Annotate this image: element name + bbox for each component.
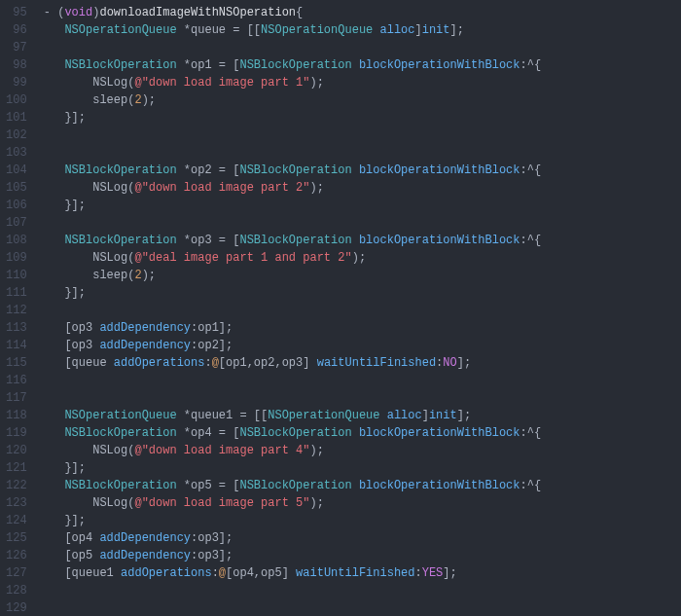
token: ]; (457, 356, 471, 370)
line-number: 95 (6, 4, 27, 21)
token: : (204, 356, 211, 370)
line-number: 100 (6, 91, 27, 109)
token: }]; (37, 111, 86, 125)
token: @ (212, 356, 219, 370)
code-line: NSOperationQueue *queue = [[NSOperationQ… (37, 21, 681, 39)
code-line: NSBlockOperation *op5 = [NSBlockOperatio… (37, 477, 681, 494)
token: ); (142, 269, 156, 282)
line-number: 123 (6, 494, 27, 512)
token (379, 409, 386, 422)
code-line: NSBlockOperation *op1 = [NSBlockOperatio… (37, 56, 681, 74)
token: addDependency (99, 531, 191, 545)
token: :^{ (520, 426, 542, 440)
code-line: [op3 addDependency:op2]; (37, 337, 681, 354)
token: NSLog( (37, 181, 135, 195)
token: NSOperationQueue (261, 23, 373, 37)
token: *queue1 = [[ (177, 409, 269, 422)
code-line: [queue addOperations:@[op1,op2,op3] wait… (37, 354, 681, 372)
line-number: 99 (6, 74, 27, 91)
code-line: }]; (37, 109, 681, 127)
token: NSBlockOperation (239, 426, 351, 440)
token: ]; (457, 409, 471, 422)
line-number: 107 (6, 214, 27, 232)
token: [op3 (37, 339, 100, 352)
token: blockOperationWithBlock (359, 58, 520, 72)
token: { (296, 6, 303, 19)
token: ]; (443, 566, 456, 580)
token: ] (415, 23, 422, 37)
token: ); (142, 93, 156, 107)
token: NSBlockOperation (64, 234, 176, 247)
code-line: NSLog(@"down load image part 4"); (37, 442, 681, 459)
token: }]; (37, 286, 86, 300)
code-line: NSBlockOperation *op4 = [NSBlockOperatio… (37, 424, 681, 442)
token: :op3]; (191, 549, 233, 562)
token: NSOperationQueue (64, 409, 176, 422)
line-number: 118 (6, 407, 27, 424)
token: ); (309, 444, 323, 457)
code-line (37, 302, 681, 319)
code-line: NSLog(@"down load image part 5"); (37, 494, 681, 512)
token: sleep( (37, 93, 135, 107)
code-line (37, 127, 681, 144)
code-editor: 9596979899100101102103104105106107108109… (0, 0, 681, 616)
line-number: 129 (6, 599, 27, 616)
token: NO (443, 356, 456, 370)
token (352, 479, 359, 492)
line-number: 121 (6, 459, 27, 477)
code-line: [op3 addDependency:op1]; (37, 319, 681, 337)
code-line: NSBlockOperation *op3 = [NSBlockOperatio… (37, 232, 681, 249)
token (309, 356, 316, 370)
token: NSLog( (37, 444, 135, 457)
token: alloc (387, 409, 422, 422)
code-area[interactable]: - (void)downloadImageWithNSOperation{ NS… (37, 0, 681, 616)
line-number: 122 (6, 477, 27, 494)
token: @ (219, 566, 226, 580)
code-line: NSBlockOperation *op2 = [NSBlockOperatio… (37, 162, 681, 179)
code-line: - (void)downloadImageWithNSOperation{ (37, 4, 681, 21)
token: @"down load image part 1" (134, 76, 309, 90)
line-number: 119 (6, 424, 27, 442)
token: NSLog( (37, 496, 135, 510)
token: waitUntilFinished (296, 566, 414, 580)
token: }]; (37, 514, 86, 527)
token (352, 163, 359, 177)
code-line: }]; (37, 197, 681, 214)
line-number: 105 (6, 179, 27, 197)
line-number: 96 (6, 21, 27, 39)
line-number: 124 (6, 512, 27, 529)
line-number: 101 (6, 109, 27, 127)
token (352, 58, 359, 72)
line-number: 128 (6, 582, 27, 599)
token: blockOperationWithBlock (359, 234, 520, 247)
line-number: 116 (6, 372, 27, 389)
code-line: NSLog(@"deal image part 1 and part 2"); (37, 249, 681, 267)
token: [op3 (37, 321, 100, 335)
token: :op3]; (191, 531, 233, 545)
token: @"down load image part 5" (134, 496, 309, 510)
token: [op1,op2,op3] (219, 356, 310, 370)
token: :op2]; (191, 339, 233, 352)
code-line: sleep(2); (37, 267, 681, 284)
line-number: 106 (6, 197, 27, 214)
token: *queue = [[ (177, 23, 261, 37)
token: NSOperationQueue (64, 23, 176, 37)
line-number: 111 (6, 284, 27, 302)
token: }]; (37, 461, 86, 475)
token: NSBlockOperation (64, 163, 176, 177)
code-line: NSLog(@"down load image part 1"); (37, 74, 681, 91)
token: 2 (134, 93, 141, 107)
token: blockOperationWithBlock (359, 479, 520, 492)
token: ); (352, 251, 366, 265)
line-number-gutter: 9596979899100101102103104105106107108109… (0, 0, 37, 616)
token: addOperations (121, 566, 212, 580)
line-number: 117 (6, 389, 27, 407)
token: ); (309, 181, 323, 195)
token: NSBlockOperation (64, 426, 176, 440)
line-number: 108 (6, 232, 27, 249)
code-line (37, 389, 681, 407)
token: NSBlockOperation (239, 163, 351, 177)
token: addOperations (114, 356, 205, 370)
code-line (37, 372, 681, 389)
code-line: }]; (37, 512, 681, 529)
